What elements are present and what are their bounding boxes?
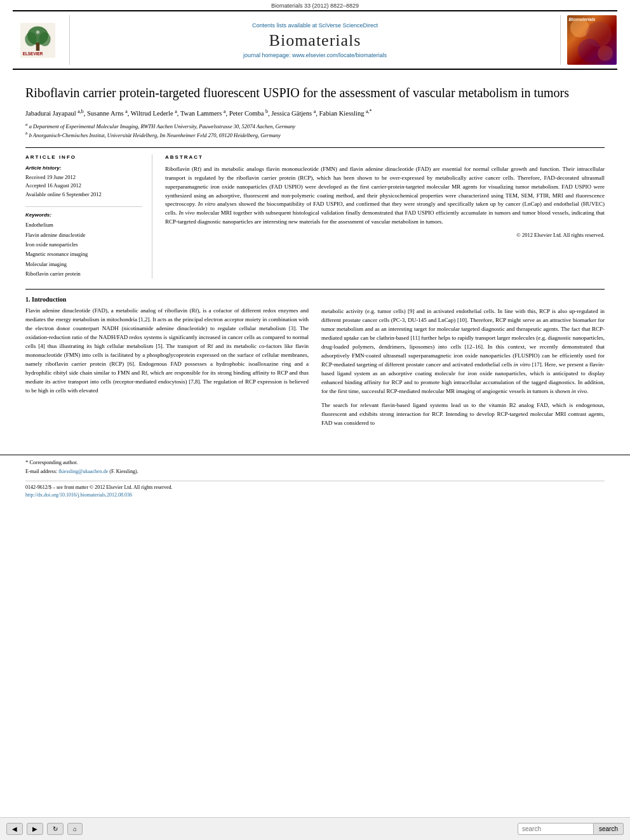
toolbar-forward-button[interactable]: ▶ [27,823,43,835]
sciverse-link[interactable]: SciVerse ScienceDirect [319,22,379,29]
svg-point-9 [578,39,601,62]
abstract-text: Riboflavin (Rf) and its metabolic analog… [165,165,605,227]
authors-text: Jabadurai Jayapaul a,b, Susanne Arns a, … [25,110,372,117]
article-info-heading: ARTICLE INFO [25,154,142,160]
footer-issn: 0142-9612/$ – see front matter © 2012 El… [25,481,605,499]
footer-email: E-mail address: fkiessling@ukaachen.de (… [25,468,605,476]
keyword-molecular-imaging: Molecular imaging [25,260,142,269]
journal-thumbnail-area: Biomaterials [560,15,617,65]
svg-rect-4 [36,43,40,51]
keyword-endothelium: Endothelium [25,220,142,230]
keywords-heading: Keywords: [25,212,142,218]
svg-text:ELSEVIER: ELSEVIER [23,51,43,56]
article-history: Article history: Received 19 June 2012 A… [25,165,142,199]
history-heading: Article history: [25,165,142,171]
toolbar-home-button[interactable]: ⌂ [67,823,83,835]
received-date: Received 19 June 2012 [25,173,142,182]
svg-point-5 [36,30,40,33]
body-content: 1. Introduction Flavin adenine dinucleot… [25,289,605,432]
journal-title-area: Contents lists available at SciVerse Sci… [70,15,560,65]
accepted-date: Accepted 16 August 2012 [25,182,142,190]
elsevier-logo-area: ELSEVIER [13,15,70,65]
keyword-flavin: Flavin adenine dinucleotide [25,230,142,240]
keywords-section: Keywords: Endothelium Flavin adenine din… [25,206,142,279]
abstract-col: ABSTRACT Riboflavin (Rf) and its metabol… [165,154,605,279]
page-footer: * Corresponding author. E-mail address: … [0,455,630,503]
toolbar-search-box: search [518,823,624,835]
doi-anchor[interactable]: http://dx.doi.org/10.1016/j.biomaterials… [25,492,132,498]
affiliations: a a Department of Experimental Molecular… [25,122,605,139]
body-two-col: 1. Introduction Flavin adenine dinucleot… [25,296,605,432]
intro-paragraph-1: Flavin adenine dinucleotide (FAD), a met… [25,307,309,395]
keyword-iron-oxide: Iron oxide nanoparticles [25,240,142,250]
authors-line: Jabadurai Jayapaul a,b, Susanne Arns a, … [25,107,605,118]
available-date: Available online 6 September 2012 [25,190,142,199]
contents-link-text: Contents lists available at SciVerse Sci… [252,22,378,29]
article-info-col: ARTICLE INFO Article history: Received 1… [25,154,152,279]
email-link[interactable]: fkiessling@ukaachen.de [58,469,108,474]
abstract-section: ABSTRACT Riboflavin (Rf) and its metabol… [165,154,605,239]
body-left-col: 1. Introduction Flavin adenine dinucleot… [25,296,309,432]
svg-point-10 [598,46,613,61]
section-heading-text: Introduction [32,296,66,303]
journal-homepage-text: journal homepage: www.elsevier.com/locat… [243,52,387,58]
search-button[interactable]: search [594,823,624,835]
keyword-rcp: Riboflavin carrier protein [25,269,142,279]
keyword-mri: Magnetic resonance imaging [25,250,142,259]
journal-citation-bar: Biomaterials 33 (2012) 8822–8829 [0,0,630,10]
toolbar-reload-button[interactable]: ↻ [47,823,64,835]
article-content: Riboflavin carrier protein-targeted fluo… [0,70,630,442]
article-info-abstract-section: ARTICLE INFO Article history: Received 1… [25,147,605,279]
journal-name-title: Biomaterials [269,31,361,50]
body-right-col: metabolic activity (e.g. tumor cells) [9… [321,296,605,432]
issn-line: 0142-9612/$ – see front matter © 2012 El… [25,484,605,491]
doi-link[interactable]: http://dx.doi.org/10.1016/j.biomaterials… [25,491,605,499]
bottom-toolbar: ◀ ▶ ↻ ⌂ search [0,817,630,840]
journal-citation: Biomaterials 33 (2012) 8822–8829 [271,3,359,9]
corresponding-author-note: * Corresponding author. [25,459,605,465]
affiliation-a: a a Department of Experimental Molecular… [25,122,605,131]
copyright-notice: © 2012 Elsevier Ltd. All rights reserved… [165,232,605,238]
toolbar-back-button[interactable]: ◀ [6,823,23,835]
intro-section-heading: 1. Introduction [25,296,309,303]
svg-point-3 [39,32,50,46]
section-number: 1. [25,296,30,303]
abstract-heading: ABSTRACT [165,154,605,160]
affiliation-b: b b Anorganisch-Chemisches Institut, Uni… [25,131,605,140]
article-title: Riboflavin carrier protein-targeted fluo… [25,84,605,101]
svg-point-2 [25,32,36,46]
elsevier-tree-icon: ELSEVIER [20,23,55,58]
search-input[interactable] [518,823,594,835]
journal-header: ELSEVIER Contents lists available at Sci… [13,10,617,70]
journal-cover-image: Biomaterials [567,15,617,65]
intro-paragraph-3: The search for relevant flavin-based lig… [321,401,605,428]
intro-paragraph-2: metabolic activity (e.g. tumor cells) [9… [321,307,605,396]
